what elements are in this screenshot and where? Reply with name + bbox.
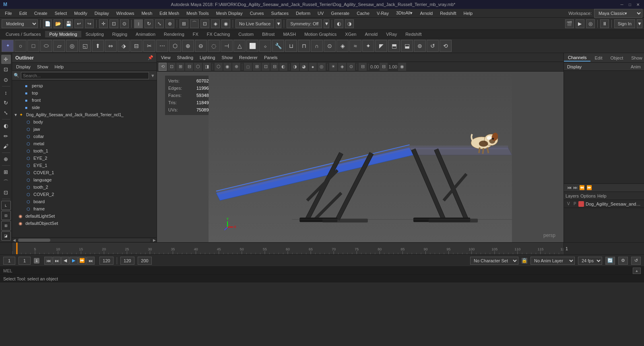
vp-tb-display5[interactable]: ◐: [279, 63, 287, 71]
shelf-poly-box[interactable]: □: [27, 40, 39, 52]
menu-edit-mesh[interactable]: Edit Mesh: [156, 10, 182, 16]
tab-rigging[interactable]: Rigging: [108, 31, 131, 37]
lt-sets[interactable]: ⊞: [1, 221, 11, 230]
tree-item-persp[interactable]: ■ persp: [12, 82, 157, 89]
menu-surfaces[interactable]: Surfaces: [268, 10, 292, 16]
vp-tb-shading2[interactable]: ◕: [300, 63, 308, 71]
vp-tb-shading4[interactable]: ◎: [318, 63, 326, 71]
save-scene-btn[interactable]: 💾: [64, 19, 73, 28]
menu-create[interactable]: Create: [31, 10, 51, 16]
shelf-append-poly[interactable]: ◱: [79, 40, 91, 52]
tree-item-body[interactable]: ⬡ body: [12, 118, 157, 126]
maximize-btn[interactable]: □: [627, 2, 633, 7]
signin-btn[interactable]: Sign In: [614, 19, 635, 28]
menu-uv[interactable]: UV: [314, 10, 327, 16]
tree-item-eye1[interactable]: ⬡ EYE_1: [12, 162, 157, 169]
minimize-btn[interactable]: ─: [619, 2, 625, 7]
timeline-ruler[interactable]: [12, 243, 564, 254]
tab-object[interactable]: Object: [606, 55, 627, 61]
live-surface-btn[interactable]: No Live Surface: [235, 19, 274, 28]
playback-options-btn[interactable]: ⚙: [618, 257, 628, 265]
vp-menu-lighting[interactable]: Lighting: [197, 55, 218, 60]
menu-cache[interactable]: Cache: [353, 10, 373, 16]
tab-arnold[interactable]: Arnold: [361, 31, 382, 37]
lt-render-layer[interactable]: ◪: [1, 231, 11, 241]
vp-menu-renderer[interactable]: Renderer: [237, 55, 260, 60]
tab-xgen[interactable]: XGen: [341, 31, 360, 37]
vp-tb-camera-select[interactable]: ⟲: [159, 63, 167, 71]
tab-channels[interactable]: Channels: [564, 54, 590, 62]
tree-item-front[interactable]: ■ front: [12, 97, 157, 104]
vp-tb-textured[interactable]: ⊕: [232, 63, 240, 71]
new-scene-btn[interactable]: 📄: [43, 19, 52, 28]
lt-paint[interactable]: 🖌: [1, 142, 11, 151]
pause-btn[interactable]: ⏸: [600, 19, 609, 28]
tab-sculpting[interactable]: Sculpting: [82, 31, 108, 37]
cmd-input[interactable]: [19, 268, 633, 273]
ipr-btn[interactable]: ◎: [586, 19, 595, 28]
symmetry-btn[interactable]: Symmetry: Off: [287, 19, 322, 28]
menu-curves[interactable]: Curves: [247, 10, 267, 16]
anim-tab[interactable]: Anim: [631, 64, 641, 69]
vp-tb-shading1[interactable]: ◑: [291, 63, 299, 71]
shelf-cleanup[interactable]: 🔧: [272, 40, 284, 52]
shelf-smooth[interactable]: ◌: [208, 40, 220, 52]
lt-snap-grid[interactable]: ⊞: [1, 167, 11, 177]
snap-point-btn[interactable]: ⊡: [200, 19, 209, 28]
menu-select[interactable]: Select: [52, 10, 70, 16]
lt-sculpt[interactable]: ✏: [1, 132, 11, 141]
shelf-poke[interactable]: ✦: [362, 40, 374, 52]
character-set-select[interactable]: No Character Set: [470, 257, 518, 265]
search-expand-btn[interactable]: ▼: [151, 73, 155, 78]
lt-move[interactable]: ↕: [1, 88, 11, 97]
shelf-extract[interactable]: ⬓: [401, 40, 413, 52]
lt-snap-curve[interactable]: ⌒: [1, 177, 11, 187]
tab-edit[interactable]: Edit: [590, 55, 606, 61]
tab-custom[interactable]: Custom: [234, 31, 258, 37]
menu-mesh-display[interactable]: Mesh Display: [213, 10, 246, 16]
help-label[interactable]: Help: [597, 194, 607, 198]
shelf-spin-edge[interactable]: ↺: [427, 40, 439, 52]
snap-view-btn[interactable]: ◈: [211, 19, 220, 28]
menu-modify[interactable]: Modify: [71, 10, 90, 16]
menu-vray[interactable]: V-Ray: [374, 10, 392, 16]
frame-current-input[interactable]: [19, 257, 31, 265]
move-tool-btn[interactable]: ↕: [134, 19, 143, 28]
workspace-select[interactable]: Maya Classic▾: [594, 9, 642, 18]
tab-redshift[interactable]: Redshift: [401, 31, 425, 37]
vp-tb-gate2[interactable]: ◨: [203, 63, 211, 71]
menu-3dtoall[interactable]: 3DtoAll▾: [393, 10, 416, 16]
range-end-input[interactable]: [120, 257, 134, 265]
tree-item-tooth2[interactable]: ⬡ tooth_2: [12, 183, 157, 191]
tree-item-language[interactable]: ⬡ language: [12, 176, 157, 183]
lt-layers[interactable]: ⊟: [1, 211, 11, 220]
cb-p-label[interactable]: P: [574, 202, 578, 206]
tree-item-eye2[interactable]: ⬡ EYE_2: [12, 154, 157, 162]
snap-grid-btn[interactable]: ⊞: [180, 19, 188, 28]
tree-item-metal[interactable]: ⬡ metal: [12, 140, 157, 147]
tab-fx[interactable]: FX: [189, 31, 202, 37]
scale-tool-btn[interactable]: ⤡: [155, 19, 164, 28]
shelf-extrude[interactable]: ⬆: [92, 40, 104, 52]
outliner-help-menu[interactable]: Help: [52, 64, 66, 70]
outliner-show-menu[interactable]: Show: [35, 64, 51, 70]
vp-tb-shading3[interactable]: ●: [309, 63, 317, 71]
menu-arnold[interactable]: Arnold: [417, 10, 436, 16]
tab-curves-surfaces[interactable]: Curves / Surfaces: [2, 31, 45, 37]
shelf-collapse[interactable]: ⊚: [414, 40, 426, 52]
vp-tb-light1[interactable]: ☀: [329, 63, 337, 71]
vp-menu-panels[interactable]: Panels: [262, 55, 280, 60]
shelf-select[interactable]: ✦: [2, 40, 14, 52]
tree-item-collar[interactable]: ⬡ collar: [12, 133, 157, 140]
shelf-mirror[interactable]: ⊣: [221, 40, 233, 52]
vp-menu-shading[interactable]: Shading: [175, 55, 196, 60]
rotate-tool-btn[interactable]: ↻: [144, 19, 153, 28]
layer-next-btn[interactable]: ⏩: [586, 185, 592, 190]
soft-sel-btn[interactable]: ◐: [334, 19, 343, 28]
vp-tb-render-icon[interactable]: ◉: [398, 63, 406, 71]
menu-help[interactable]: Help: [460, 10, 476, 16]
menu-mesh-tools[interactable]: Mesh Tools: [183, 10, 212, 16]
tab-fx-caching[interactable]: FX Caching: [203, 31, 234, 37]
play-fwd-btn[interactable]: ▶: [70, 257, 78, 265]
lt-scale[interactable]: ⤡: [1, 108, 11, 117]
